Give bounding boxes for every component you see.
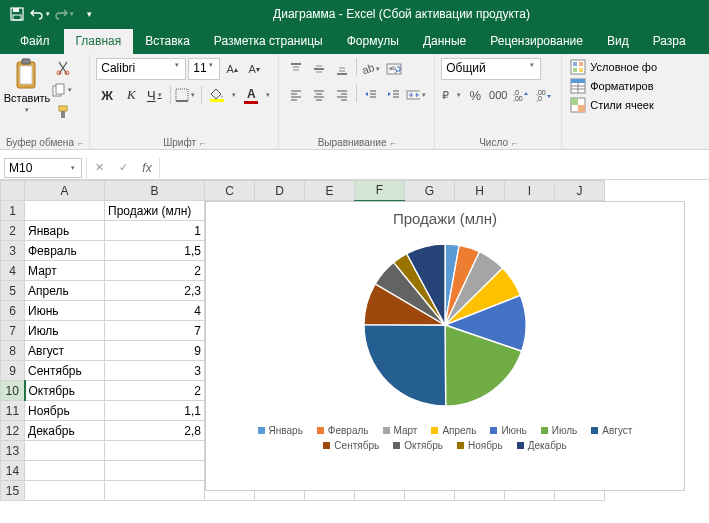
- number-format-select[interactable]: Общий▾: [441, 58, 541, 80]
- cut-icon[interactable]: [52, 58, 74, 78]
- wrap-text-icon[interactable]: ab: [383, 58, 405, 80]
- align-left-icon[interactable]: [285, 84, 307, 106]
- cell[interactable]: 4: [105, 301, 205, 321]
- row-header[interactable]: 12: [1, 421, 25, 441]
- cell[interactable]: [25, 481, 105, 501]
- cell[interactable]: [105, 481, 205, 501]
- cancel-icon[interactable]: ✕: [87, 158, 111, 178]
- font-name-select[interactable]: Calibri▾: [96, 58, 186, 80]
- ribbon-tab[interactable]: Главная: [64, 29, 134, 54]
- fill-color-icon[interactable]: [206, 84, 228, 106]
- worksheet-grid[interactable]: ABCDEFGHIJ1Продажи (млн)2Январь13Февраль…: [0, 180, 709, 523]
- cell[interactable]: Сентябрь: [25, 361, 105, 381]
- conditional-formatting-button[interactable]: Условное фо: [568, 58, 659, 76]
- row-header[interactable]: 5: [1, 281, 25, 301]
- cell[interactable]: 7: [105, 321, 205, 341]
- format-painter-icon[interactable]: [52, 102, 74, 122]
- redo-icon[interactable]: ▾: [54, 3, 76, 25]
- cell[interactable]: 9: [105, 341, 205, 361]
- row-header[interactable]: 3: [1, 241, 25, 261]
- enter-icon[interactable]: ✓: [111, 158, 135, 178]
- copy-icon[interactable]: ▾: [52, 80, 74, 100]
- cell[interactable]: Февраль: [25, 241, 105, 261]
- align-right-icon[interactable]: [331, 84, 353, 106]
- align-top-icon[interactable]: [285, 58, 307, 80]
- align-bottom-icon[interactable]: [331, 58, 353, 80]
- borders-icon[interactable]: ▾: [175, 84, 197, 106]
- underline-button[interactable]: Ч▾: [144, 84, 166, 106]
- merge-icon[interactable]: ▾: [406, 84, 428, 106]
- dialog-launcher-icon[interactable]: ⌐: [391, 138, 396, 148]
- cell[interactable]: Июнь: [25, 301, 105, 321]
- row-header[interactable]: 11: [1, 401, 25, 421]
- cell[interactable]: 3: [105, 361, 205, 381]
- cell[interactable]: [105, 461, 205, 481]
- column-header[interactable]: H: [455, 181, 505, 201]
- name-box[interactable]: M10▾: [4, 158, 82, 178]
- font-color-icon[interactable]: A: [240, 84, 262, 106]
- cell[interactable]: Апрель: [25, 281, 105, 301]
- row-header[interactable]: 1: [1, 201, 25, 221]
- cell[interactable]: [25, 201, 105, 221]
- increase-decimal-icon[interactable]: ,0,00: [510, 84, 532, 106]
- cell[interactable]: Продажи (млн): [105, 201, 205, 221]
- row-header[interactable]: 15: [1, 481, 25, 501]
- ribbon-tab[interactable]: Данные: [411, 29, 478, 54]
- cell[interactable]: 1,5: [105, 241, 205, 261]
- cell[interactable]: Июль: [25, 321, 105, 341]
- column-header[interactable]: D: [255, 181, 305, 201]
- ribbon-tab[interactable]: Разметка страницы: [202, 29, 335, 54]
- cell[interactable]: 2: [105, 261, 205, 281]
- embedded-chart[interactable]: Продажи (млн) ЯнварьФевральМартАпрельИюн…: [205, 201, 685, 491]
- select-all-corner[interactable]: [1, 181, 25, 201]
- row-header[interactable]: 13: [1, 441, 25, 461]
- increase-indent-icon[interactable]: [383, 84, 405, 106]
- row-header[interactable]: 8: [1, 341, 25, 361]
- ribbon-tab[interactable]: Вид: [595, 29, 641, 54]
- row-header[interactable]: 9: [1, 361, 25, 381]
- qat-customize-icon[interactable]: ▾: [78, 3, 100, 25]
- insert-function-icon[interactable]: fx: [135, 158, 159, 178]
- decrease-indent-icon[interactable]: [360, 84, 382, 106]
- cell-styles-button[interactable]: Стили ячеек: [568, 96, 659, 114]
- paste-button[interactable]: Вставить ▾: [6, 58, 48, 135]
- percent-icon[interactable]: %: [464, 84, 486, 106]
- row-header[interactable]: 6: [1, 301, 25, 321]
- dialog-launcher-icon[interactable]: ⌐: [200, 138, 205, 148]
- ribbon-tab[interactable]: Рецензирование: [478, 29, 595, 54]
- cell[interactable]: [25, 461, 105, 481]
- row-header[interactable]: 10: [1, 381, 25, 401]
- cell[interactable]: Октябрь: [25, 381, 105, 401]
- increase-font-icon[interactable]: A▴: [222, 58, 242, 80]
- format-as-table-button[interactable]: Форматиров: [568, 77, 659, 95]
- cell[interactable]: Декабрь: [25, 421, 105, 441]
- cell[interactable]: Ноябрь: [25, 401, 105, 421]
- formula-input[interactable]: [160, 158, 709, 178]
- save-icon[interactable]: [6, 3, 28, 25]
- accounting-icon[interactable]: ₽▾: [441, 84, 463, 106]
- italic-button[interactable]: К: [120, 84, 142, 106]
- column-header[interactable]: J: [555, 181, 605, 201]
- cell[interactable]: 1,1: [105, 401, 205, 421]
- row-header[interactable]: 7: [1, 321, 25, 341]
- ribbon-tab[interactable]: Разра: [641, 29, 698, 54]
- cell[interactable]: [105, 441, 205, 461]
- cell[interactable]: 2: [105, 381, 205, 401]
- orientation-icon[interactable]: ab▾: [360, 58, 382, 80]
- decrease-font-icon[interactable]: A▾: [244, 58, 264, 80]
- dialog-launcher-icon[interactable]: ⌐: [78, 138, 83, 148]
- column-header[interactable]: I: [505, 181, 555, 201]
- thousands-icon[interactable]: 000: [487, 84, 509, 106]
- cell[interactable]: 2,8: [105, 421, 205, 441]
- bold-button[interactable]: Ж: [96, 84, 118, 106]
- font-size-select[interactable]: 11▾: [188, 58, 220, 80]
- cell[interactable]: [25, 441, 105, 461]
- dialog-launcher-icon[interactable]: ⌐: [512, 138, 517, 148]
- cell[interactable]: Март: [25, 261, 105, 281]
- ribbon-tab[interactable]: Вставка: [133, 29, 202, 54]
- row-header[interactable]: 4: [1, 261, 25, 281]
- ribbon-tab[interactable]: Формулы: [335, 29, 411, 54]
- undo-icon[interactable]: ▾: [30, 3, 52, 25]
- column-header[interactable]: B: [105, 181, 205, 201]
- align-middle-icon[interactable]: [308, 58, 330, 80]
